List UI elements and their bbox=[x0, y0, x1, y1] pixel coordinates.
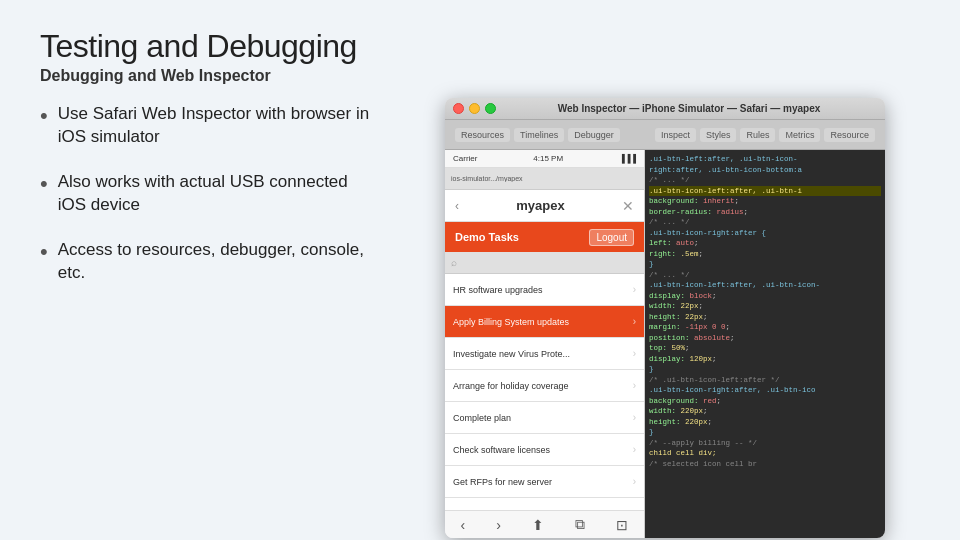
chevron-right-icon-active: › bbox=[633, 316, 636, 327]
ios-app-header: ‹ myapex ✕ bbox=[445, 190, 644, 222]
bullet-2-text: Also works with actual USB connected iOS… bbox=[58, 171, 380, 217]
code-15: width: 22px; bbox=[649, 301, 881, 312]
bullet-dot-2: • bbox=[40, 169, 48, 199]
code-11: } bbox=[649, 259, 881, 270]
bullet-1: • Use Safari Web Inspector with browser … bbox=[40, 103, 380, 149]
list-item-licenses-text: Check software licenses bbox=[453, 445, 550, 455]
code-25: width: 220px; bbox=[649, 406, 881, 417]
ios-nav-title: Demo Tasks bbox=[455, 231, 519, 243]
ios-logout-button[interactable]: Logout bbox=[589, 229, 634, 246]
ios-tabs-button[interactable]: ⧉ bbox=[575, 516, 585, 533]
slide: Testing and Debugging Debugging and Web … bbox=[0, 0, 960, 540]
code-1: .ui-btn-left:after, .ui-btn-icon- bbox=[649, 154, 881, 165]
tab-metrics[interactable]: Metrics bbox=[779, 128, 820, 142]
code-30: /* selected icon cell br bbox=[649, 459, 881, 470]
code-19: top: 50%; bbox=[649, 343, 881, 354]
chevron-right-icon: › bbox=[633, 284, 636, 295]
ios-status-bar: Carrier 4:15 PM ▐▐▐ bbox=[445, 150, 644, 168]
list-item-plan-text: Complete plan bbox=[453, 413, 511, 423]
chevron-right-icon-6: › bbox=[633, 476, 636, 487]
tab-rules[interactable]: Rules bbox=[740, 128, 775, 142]
list-item-plan[interactable]: Complete plan › bbox=[445, 402, 644, 434]
ios-back-button[interactable]: ‹ bbox=[461, 517, 466, 533]
code-2: right:after, .ui-btn-icon-bottom:a bbox=[649, 165, 881, 176]
code-20: display: 120px; bbox=[649, 354, 881, 365]
content-row: • Use Safari Web Inspector with browser … bbox=[0, 93, 960, 540]
code-26: height: 220px; bbox=[649, 417, 881, 428]
tab-debugger[interactable]: Debugger bbox=[568, 128, 620, 142]
code-22: /* .ui-btn-icon-left:after */ bbox=[649, 375, 881, 386]
chevron-right-icon-5: › bbox=[633, 444, 636, 455]
mac-maximize-btn[interactable] bbox=[485, 103, 496, 114]
code-9: left: auto; bbox=[649, 238, 881, 249]
code-17: margin: -11px 0 0; bbox=[649, 322, 881, 333]
list-item-holiday[interactable]: Arrange for holiday coverage › bbox=[445, 370, 644, 402]
toolbar-left-tabs: Resources Timelines Debugger bbox=[455, 128, 620, 142]
mac-minimize-btn[interactable] bbox=[469, 103, 480, 114]
title-area: Testing and Debugging Debugging and Web … bbox=[0, 0, 960, 93]
list-item-backup[interactable]: Purchase backup server › bbox=[445, 498, 644, 510]
list-item-hr[interactable]: HR software upgrades › bbox=[445, 274, 644, 306]
list-item-billing-text: Apply Billing System updates bbox=[453, 317, 569, 327]
code-10: right: .5em; bbox=[649, 249, 881, 260]
list-item-rfp[interactable]: Get RFPs for new server › bbox=[445, 466, 644, 498]
ios-signal: ▐▐▐ bbox=[619, 154, 636, 163]
mac-titlebar: Web Inspector — iPhone Simulator — Safar… bbox=[445, 98, 885, 120]
search-icon: ⌕ bbox=[451, 257, 457, 268]
ios-url-bar[interactable]: ios-simulator.../myapex bbox=[445, 168, 644, 190]
mac-toolbar: Resources Timelines Debugger Inspect Sty… bbox=[445, 120, 885, 150]
tab-inspect[interactable]: Inspect bbox=[655, 128, 696, 142]
ios-forward-button[interactable]: › bbox=[496, 517, 501, 533]
list-item-hr-text: HR software upgrades bbox=[453, 285, 543, 295]
ios-url-text: ios-simulator.../myapex bbox=[451, 175, 523, 182]
sub-title: Debugging and Web Inspector bbox=[40, 67, 920, 85]
ios-list: HR software upgrades › Apply Billing Sys… bbox=[445, 274, 644, 510]
list-item-virus-text: Investigate new Virus Prote... bbox=[453, 349, 570, 359]
ios-close-icon[interactable]: ✕ bbox=[622, 198, 634, 214]
bullets-panel: • Use Safari Web Inspector with browser … bbox=[40, 93, 380, 538]
code-16: height: 22px; bbox=[649, 312, 881, 323]
ios-panel: Carrier 4:15 PM ▐▐▐ ios-simulator.../mya… bbox=[445, 150, 645, 538]
ios-app-title: myapex bbox=[459, 198, 622, 213]
window-body: Carrier 4:15 PM ▐▐▐ ios-simulator.../mya… bbox=[445, 150, 885, 538]
bullet-2: • Also works with actual USB connected i… bbox=[40, 171, 380, 217]
list-item-billing[interactable]: Apply Billing System updates › bbox=[445, 306, 644, 338]
list-item-virus[interactable]: Investigate new Virus Prote... › bbox=[445, 338, 644, 370]
code-29: child cell div; bbox=[649, 448, 881, 459]
bullet-3-text: Access to resources, debugger, console, … bbox=[58, 239, 380, 285]
bullet-dot-3: • bbox=[40, 237, 48, 267]
code-13: .ui-btn-icon-left:after, .ui-btn-icon- bbox=[649, 280, 881, 291]
code-7: /* ... */ bbox=[649, 217, 881, 228]
toolbar-right-tabs: Inspect Styles Rules Metrics Resource bbox=[655, 128, 875, 142]
code-24: background: red; bbox=[649, 396, 881, 407]
code-27: } bbox=[649, 427, 881, 438]
ios-search-bar[interactable]: ⌕ bbox=[445, 252, 644, 274]
list-item-licenses[interactable]: Check software licenses › bbox=[445, 434, 644, 466]
code-6: border-radius: radius; bbox=[649, 207, 881, 218]
chevron-right-icon-2: › bbox=[633, 348, 636, 359]
code-14: display: block; bbox=[649, 291, 881, 302]
bullet-dot-1: • bbox=[40, 101, 48, 131]
ios-share-button[interactable]: ⬆ bbox=[532, 517, 544, 533]
tab-styles[interactable]: Styles bbox=[700, 128, 737, 142]
tab-timelines[interactable]: Timelines bbox=[514, 128, 564, 142]
chevron-right-icon-4: › bbox=[633, 412, 636, 423]
inspector-panel: .ui-btn-left:after, .ui-btn-icon- right:… bbox=[645, 150, 885, 538]
ios-bottom-bar: ‹ › ⬆ ⧉ ⊡ bbox=[445, 510, 644, 538]
code-5: background: inherit; bbox=[649, 196, 881, 207]
ios-bookmarks-button[interactable]: ⊡ bbox=[616, 517, 628, 533]
ios-time: 4:15 PM bbox=[533, 154, 563, 163]
code-3: /* ... */ bbox=[649, 175, 881, 186]
window-title: Web Inspector — iPhone Simulator — Safar… bbox=[501, 103, 877, 114]
ios-nav-bar: Demo Tasks Logout bbox=[445, 222, 644, 252]
mac-window: Web Inspector — iPhone Simulator — Safar… bbox=[445, 98, 885, 538]
tab-resource[interactable]: Resource bbox=[824, 128, 875, 142]
bullet-1-text: Use Safari Web Inspector with browser in… bbox=[58, 103, 380, 149]
code-23: .ui-btn-icon-right:after, .ui-btn-ico bbox=[649, 385, 881, 396]
bullet-3: • Access to resources, debugger, console… bbox=[40, 239, 380, 285]
code-21: } bbox=[649, 364, 881, 375]
ios-carrier: Carrier bbox=[453, 154, 477, 163]
mac-close-btn[interactable] bbox=[453, 103, 464, 114]
list-item-holiday-text: Arrange for holiday coverage bbox=[453, 381, 569, 391]
tab-resources[interactable]: Resources bbox=[455, 128, 510, 142]
